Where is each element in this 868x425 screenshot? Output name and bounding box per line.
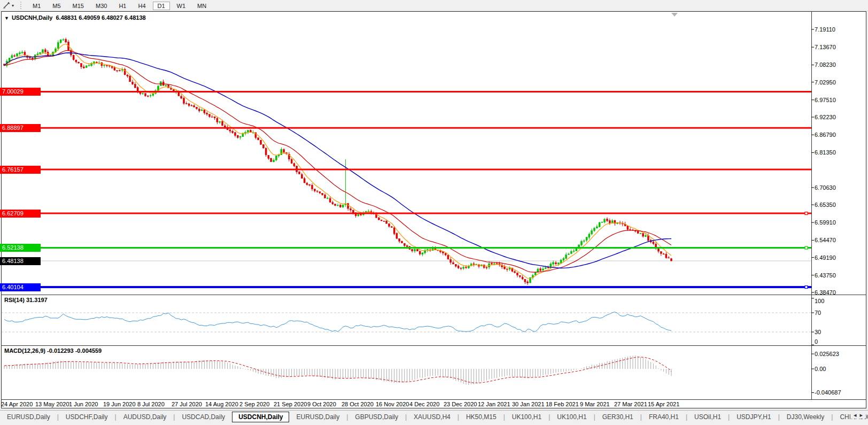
chart-tab-usdchf-daily[interactable]: USDCHF,Daily [59,412,115,422]
chart-tab-hk50-m15[interactable]: HK50,M15 [459,412,503,422]
mt4-terminal: ▾ M1M5M15M30H1H4D1W1MN ▼USDCNH,Daily 6.4… [0,0,868,425]
chart-tab-gbpusd-daily[interactable]: GBPUSD,Daily [348,412,405,422]
chart-tab-eurusd-daily[interactable]: EURUSD,Daily [289,412,346,422]
chart-tab-dj30-weekly[interactable]: DJ30,Weekly [780,412,831,422]
chart-tab-audusd-daily[interactable]: AUDUSD,Daily [117,412,174,422]
chart-tab-bar: EURUSD,Daily|USDCHF,Daily|AUDUSD,Daily|U… [0,410,868,423]
chart-tab-fra40-h1[interactable]: FRA40,H1 [642,412,686,422]
chart-tab-eurusd-daily[interactable]: EURUSD,Daily [0,412,57,422]
tab-scroll-arrows: ◂▸ [850,412,866,419]
tab-scroll-left-icon[interactable]: ◂ [854,412,860,418]
chart-surface[interactable] [0,0,868,425]
chart-tab-usdjpy-h1[interactable]: USDJPY,H1 [730,412,778,422]
chart-tab-xauusd-h4[interactable]: XAUUSD,H4 [407,412,458,422]
chart-tab-uk100-h1[interactable]: UK100,H1 [550,412,593,422]
chart-tab-uk100-h1[interactable]: UK100,H1 [505,412,548,422]
chart-tab-usdcad-daily[interactable]: USDCAD,Daily [175,412,232,422]
chart-tab-usoil-h1[interactable]: USOil,H1 [687,412,728,422]
tab-scroll-right-icon[interactable]: ▸ [859,412,866,418]
chart-tab-usdcnh-daily[interactable]: USDCNH,Daily [232,412,289,422]
chart-tab-ger30-h1[interactable]: GER30,H1 [595,412,640,422]
